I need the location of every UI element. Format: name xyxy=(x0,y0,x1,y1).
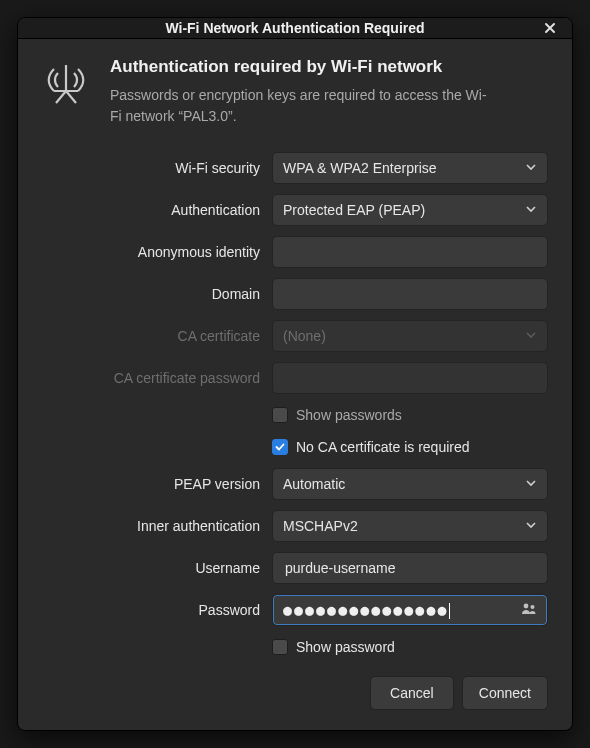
wifi-security-value: WPA & WPA2 Enterprise xyxy=(283,160,437,176)
label-anonymous-identity: Anonymous identity xyxy=(112,244,260,260)
ca-certificate-value: (None) xyxy=(283,328,326,344)
dialog-heading: Authentication required by Wi-Fi network xyxy=(110,57,490,77)
close-button[interactable] xyxy=(538,17,562,40)
inner-auth-dropdown[interactable]: MSCHAPv2 xyxy=(272,510,548,542)
username-input[interactable] xyxy=(283,559,537,577)
ca-cert-password-field xyxy=(272,362,548,394)
show-password-label: Show password xyxy=(296,639,395,655)
label-password: Password xyxy=(112,602,260,618)
label-ca-cert-password: CA certificate password xyxy=(112,370,260,386)
chevron-down-icon xyxy=(525,518,537,534)
show-password-row[interactable]: Show password xyxy=(272,636,548,658)
titlebar: Wi-Fi Network Authentication Required xyxy=(18,18,572,39)
show-passwords-row[interactable]: Show passwords xyxy=(272,404,548,426)
domain-input[interactable] xyxy=(283,285,537,303)
label-authentication: Authentication xyxy=(112,202,260,218)
authentication-dropdown[interactable]: Protected EAP (PEAP) xyxy=(272,194,548,226)
chevron-down-icon xyxy=(525,328,537,344)
show-password-checkbox[interactable] xyxy=(272,639,288,655)
no-ca-required-label: No CA certificate is required xyxy=(296,439,470,455)
username-field[interactable] xyxy=(272,552,548,584)
svg-point-0 xyxy=(524,603,529,608)
connect-button[interactable]: Connect xyxy=(462,676,548,710)
ca-certificate-dropdown: (None) xyxy=(272,320,548,352)
label-domain: Domain xyxy=(112,286,260,302)
label-ca-certificate: CA certificate xyxy=(112,328,260,344)
authentication-value: Protected EAP (PEAP) xyxy=(283,202,425,218)
show-passwords-label: Show passwords xyxy=(296,407,402,423)
dialog-content: Authentication required by Wi-Fi network… xyxy=(18,39,572,730)
password-field[interactable]: ●●●●●●●●●●●●●●● xyxy=(272,594,548,626)
label-wifi-security: Wi-Fi security xyxy=(112,160,260,176)
wifi-auth-icon xyxy=(42,59,90,107)
label-inner-auth: Inner authentication xyxy=(112,518,260,534)
dialog-subtext: Passwords or encryption keys are require… xyxy=(110,85,490,126)
show-passwords-checkbox[interactable] xyxy=(272,407,288,423)
wifi-security-dropdown[interactable]: WPA & WPA2 Enterprise xyxy=(272,152,548,184)
chevron-down-icon xyxy=(525,160,537,176)
dialog-buttons: Cancel Connect xyxy=(42,658,548,710)
peap-version-value: Automatic xyxy=(283,476,345,492)
anonymous-identity-input[interactable] xyxy=(283,243,537,261)
no-ca-required-checkbox[interactable] xyxy=(272,439,288,455)
domain-field[interactable] xyxy=(272,278,548,310)
password-masked-value: ●●●●●●●●●●●●●●● xyxy=(283,601,515,619)
auth-dialog: Wi-Fi Network Authentication Required xyxy=(17,17,573,731)
credentials-icon[interactable] xyxy=(521,601,537,620)
label-username: Username xyxy=(112,560,260,576)
chevron-down-icon xyxy=(525,202,537,218)
label-peap-version: PEAP version xyxy=(112,476,260,492)
no-ca-required-row[interactable]: No CA certificate is required xyxy=(272,436,548,458)
cancel-button[interactable]: Cancel xyxy=(370,676,454,710)
close-icon xyxy=(544,22,556,34)
anonymous-identity-field[interactable] xyxy=(272,236,548,268)
chevron-down-icon xyxy=(525,476,537,492)
window-title: Wi-Fi Network Authentication Required xyxy=(165,20,424,36)
peap-version-dropdown[interactable]: Automatic xyxy=(272,468,548,500)
ca-cert-password-input xyxy=(283,369,537,387)
svg-point-1 xyxy=(531,605,535,609)
inner-auth-value: MSCHAPv2 xyxy=(283,518,358,534)
auth-form: Wi-Fi security WPA & WPA2 Enterprise Aut… xyxy=(42,152,548,658)
